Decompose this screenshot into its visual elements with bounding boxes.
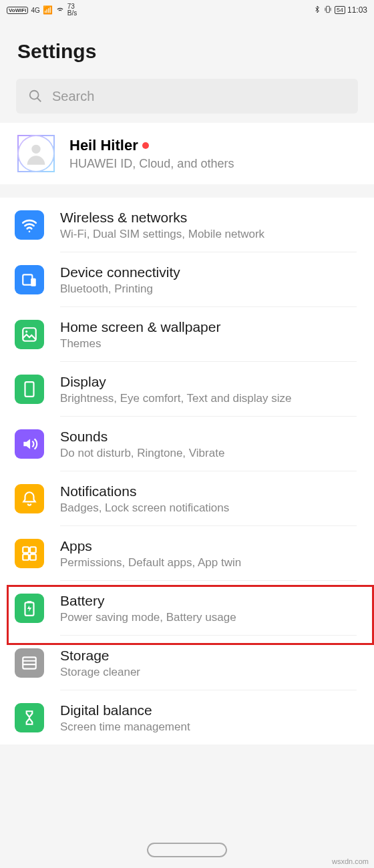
watermark: wsxdn.com <box>332 857 369 865</box>
svg-rect-8 <box>23 547 29 553</box>
devices-icon <box>15 265 44 294</box>
settings-list: Wireless & networks Wi-Fi, Dual SIM sett… <box>0 198 374 744</box>
row-text: Notifications Badges, Lock screen notifi… <box>60 482 357 526</box>
account-name: Heil Hitler <box>69 137 357 154</box>
bluetooth-icon <box>313 5 321 15</box>
row-subtitle: Bluetooth, Printing <box>60 282 357 296</box>
settings-row-apps[interactable]: Apps Permissions, Default apps, App twin <box>0 526 374 581</box>
row-text: Storage Storage cleaner <box>60 646 357 690</box>
settings-row-display[interactable]: Display Brightness, Eye comfort, Text an… <box>0 362 374 417</box>
network-type: 4G <box>31 7 39 14</box>
settings-row-hourglass[interactable]: Digital balance Screen time management <box>0 690 374 744</box>
status-right: 54 11:03 <box>313 5 367 16</box>
row-title: Display <box>60 374 357 390</box>
svg-rect-13 <box>27 601 32 602</box>
battery-icon <box>15 594 44 623</box>
row-title: Digital balance <box>60 702 357 718</box>
settings-row-storage[interactable]: Storage Storage cleaner <box>0 636 374 690</box>
row-subtitle: Badges, Lock screen notifications <box>60 501 357 515</box>
svg-point-1 <box>30 91 39 99</box>
status-bar: VoWiFi 4G 📶 73B/s 54 11:03 <box>0 0 374 20</box>
row-title: Sounds <box>60 429 357 445</box>
wifi-icon <box>55 5 65 16</box>
apps-icon <box>15 539 44 568</box>
row-subtitle: Storage cleaner <box>60 666 357 679</box>
settings-row-bell[interactable]: Notifications Badges, Lock screen notifi… <box>0 471 374 526</box>
search-placeholder: Search <box>52 89 94 104</box>
row-subtitle: Screen time management <box>60 720 357 734</box>
svg-point-6 <box>25 331 27 333</box>
signal-icon: 📶 <box>43 5 53 15</box>
row-text: Device connectivity Bluetooth, Printing <box>60 263 357 307</box>
data-speed: 73B/s <box>67 3 77 17</box>
avatar <box>17 135 55 172</box>
row-subtitle: Permissions, Default apps, App twin <box>60 556 357 570</box>
sound-icon <box>15 429 44 459</box>
row-subtitle: Themes <box>60 337 357 351</box>
row-subtitle: Power saving mode, Battery usage <box>60 611 357 624</box>
wifi-icon <box>15 210 44 240</box>
battery-icon: 54 <box>335 6 345 14</box>
svg-rect-5 <box>23 328 36 341</box>
svg-rect-10 <box>23 554 29 560</box>
hourglass-icon <box>15 703 44 732</box>
vowifi-badge: VoWiFi <box>7 7 28 14</box>
row-title: Wireless & networks <box>60 210 357 226</box>
notification-dot <box>142 142 149 149</box>
display-icon <box>15 375 44 404</box>
clock: 11:03 <box>347 5 367 15</box>
row-text: Home screen & wallpaper Themes <box>60 318 357 362</box>
settings-row-devices[interactable]: Device connectivity Bluetooth, Printing <box>0 252 374 307</box>
row-text: Digital balance Screen time management <box>60 701 357 744</box>
bell-icon <box>15 484 44 513</box>
row-title: Storage <box>60 648 357 664</box>
search-bar[interactable]: Search <box>16 79 358 114</box>
row-text: Apps Permissions, Default apps, App twin <box>60 537 357 581</box>
row-title: Device connectivity <box>60 264 357 280</box>
row-text: Wireless & networks Wi-Fi, Dual SIM sett… <box>60 208 357 252</box>
row-text: Battery Power saving mode, Battery usage <box>60 592 357 636</box>
svg-rect-9 <box>30 547 36 553</box>
settings-row-battery[interactable]: Battery Power saving mode, Battery usage <box>0 581 374 636</box>
svg-point-2 <box>31 145 40 154</box>
row-text: Display Brightness, Eye comfort, Text an… <box>60 373 357 417</box>
svg-rect-14 <box>23 657 36 668</box>
svg-rect-11 <box>30 554 36 560</box>
svg-rect-0 <box>327 6 330 12</box>
search-icon <box>28 89 43 103</box>
page-header: Settings <box>0 20 374 75</box>
svg-rect-7 <box>25 382 34 397</box>
row-title: Apps <box>60 538 357 554</box>
account-text: Heil Hitler HUAWEI ID, Cloud, and others <box>69 137 357 171</box>
nav-pill[interactable] <box>147 843 227 857</box>
wallpaper-icon <box>15 320 44 349</box>
storage-icon <box>15 648 44 678</box>
row-subtitle: Wi-Fi, Dual SIM settings, Mobile network <box>60 228 357 241</box>
row-title: Notifications <box>60 483 357 499</box>
svg-rect-4 <box>31 278 36 286</box>
row-subtitle: Brightness, Eye comfort, Text and displa… <box>60 392 357 405</box>
row-title: Battery <box>60 593 357 609</box>
status-left: VoWiFi 4G 📶 73B/s <box>7 3 77 17</box>
settings-row-wallpaper[interactable]: Home screen & wallpaper Themes <box>0 307 374 362</box>
row-text: Sounds Do not disturb, Ringtone, Vibrate <box>60 427 357 471</box>
account-row[interactable]: Heil Hitler HUAWEI ID, Cloud, and others <box>0 123 374 184</box>
vibrate-icon <box>323 5 333 16</box>
row-subtitle: Do not disturb, Ringtone, Vibrate <box>60 447 357 460</box>
account-subtitle: HUAWEI ID, Cloud, and others <box>69 157 357 171</box>
settings-row-wifi[interactable]: Wireless & networks Wi-Fi, Dual SIM sett… <box>0 198 374 252</box>
row-title: Home screen & wallpaper <box>60 319 357 335</box>
settings-row-sound[interactable]: Sounds Do not disturb, Ringtone, Vibrate <box>0 417 374 471</box>
page-title: Settings <box>17 40 357 63</box>
